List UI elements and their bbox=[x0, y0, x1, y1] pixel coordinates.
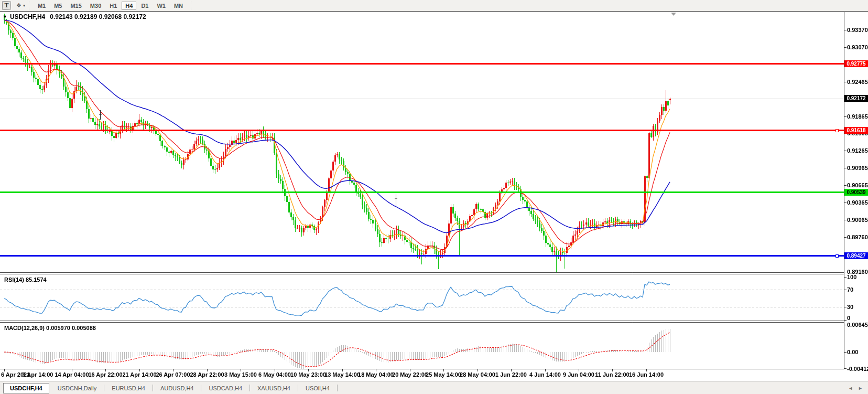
chart-tab-xauusd[interactable]: XAUUSD,H4 bbox=[251, 384, 297, 393]
tab-separator bbox=[153, 385, 153, 391]
chevron-down-icon[interactable]: ▾ bbox=[23, 3, 25, 8]
tab-scroll-right-icon[interactable]: ► bbox=[858, 386, 863, 391]
price-line-badge: 0.92775 bbox=[844, 60, 868, 67]
macd-indicator-label: MACD(12,26,9) 0.005970 0.005088 bbox=[4, 325, 96, 331]
timeframe-button-group: M1M5M15M30H1H4D1W1MN bbox=[34, 2, 187, 10]
timeframe-button-mn[interactable]: MN bbox=[170, 2, 187, 10]
price-line-badge: 0.91618 bbox=[844, 127, 868, 134]
timeframe-button-m30[interactable]: M30 bbox=[86, 2, 105, 10]
rsi-tick-label: 0 bbox=[847, 315, 868, 321]
tab-scroll-arrows: ◄ ► bbox=[848, 386, 863, 391]
tab-scroll-left-icon[interactable]: ◄ bbox=[848, 386, 853, 391]
rsi-tick-label: 100 bbox=[847, 274, 868, 280]
chart-tab-usdcnh[interactable]: USDCNH,Daily bbox=[51, 384, 103, 393]
current-price-badge: 0.92172 bbox=[844, 95, 868, 102]
price-tick-label: 0.93370 bbox=[847, 27, 868, 33]
symbol-label: USDCHF,H4 bbox=[10, 13, 45, 20]
timeframe-button-w1[interactable]: W1 bbox=[153, 2, 169, 10]
price-tick-label: 0.93070 bbox=[847, 44, 868, 50]
price-tick-label: 0.90965 bbox=[847, 165, 868, 171]
macd-tick-label: 0.00 bbox=[847, 349, 868, 355]
timeframe-button-d1[interactable]: D1 bbox=[137, 2, 152, 10]
tab-separator bbox=[337, 385, 338, 391]
tab-separator bbox=[104, 385, 104, 391]
timeframe-button-m5[interactable]: M5 bbox=[50, 2, 66, 10]
chart-tab-audusd[interactable]: AUDUSD,H4 bbox=[154, 384, 200, 393]
chart-tab-bar: USDCHF,H4USDCNH,DailyEURUSD,H4AUDUSD,H4U… bbox=[0, 381, 868, 394]
toolbar-separator bbox=[29, 2, 30, 9]
tab-list: USDCHF,H4USDCNH,DailyEURUSD,H4AUDUSD,H4U… bbox=[0, 383, 339, 393]
price-tick-label: 0.92465 bbox=[847, 79, 868, 85]
timeframe-button-m15[interactable]: M15 bbox=[67, 2, 85, 10]
time-axis-label: 16 Jun 14:00 bbox=[623, 371, 670, 378]
chart-canvas[interactable] bbox=[0, 0, 868, 394]
price-tick-label: 0.90665 bbox=[847, 182, 868, 188]
tab-separator bbox=[201, 385, 201, 391]
chart-tab-eurusd[interactable]: EURUSD,H4 bbox=[105, 384, 151, 393]
timeframe-button-h4[interactable]: H4 bbox=[122, 2, 136, 10]
timeframe-button-m1[interactable]: M1 bbox=[34, 2, 49, 10]
timeframe-button-h1[interactable]: H1 bbox=[106, 2, 121, 10]
price-tick-label: 0.90365 bbox=[847, 199, 868, 206]
price-tick-label: 0.91265 bbox=[847, 147, 868, 154]
symbol-dropdown-icon[interactable]: ▼ bbox=[3, 14, 7, 19]
toolbar-separator bbox=[191, 2, 192, 9]
price-tick-label: 0.89760 bbox=[847, 234, 868, 240]
chart-title: ▼ USDCHF,H4 0.92143 0.92189 0.92068 0.92… bbox=[3, 13, 146, 20]
price-tick-label: 0.90065 bbox=[847, 217, 868, 223]
macd-tick-label: 0.006451 bbox=[847, 322, 868, 328]
rsi-tick-label: 30 bbox=[847, 304, 868, 310]
price-line-badge: 0.90539 bbox=[844, 189, 868, 196]
tab-separator bbox=[249, 385, 250, 391]
chart-tab-usdchf[interactable]: USDCHF,H4 bbox=[3, 383, 49, 393]
chart-tab-usoil[interactable]: USOil,H4 bbox=[299, 384, 336, 393]
ohlc-values: 0.92143 0.92189 0.92068 0.92172 bbox=[50, 13, 146, 20]
top-toolbar: T ❖ ▾ M1M5M15M30H1H4D1W1MN bbox=[0, 0, 868, 12]
price-tick-label: 0.91865 bbox=[847, 113, 868, 120]
tab-separator bbox=[298, 385, 298, 391]
rsi-tick-label: 70 bbox=[847, 286, 868, 293]
rsi-indicator-label: RSI(14) 85.1574 bbox=[4, 276, 47, 283]
chart-tab-usdcad[interactable]: USDCAD,H4 bbox=[202, 384, 248, 393]
text-tool-button[interactable]: T bbox=[2, 1, 11, 10]
macd-tick-label: -0.004129 bbox=[847, 366, 868, 372]
price-line-badge: 0.89427 bbox=[844, 252, 868, 259]
objects-icon[interactable]: ❖ bbox=[16, 2, 21, 9]
